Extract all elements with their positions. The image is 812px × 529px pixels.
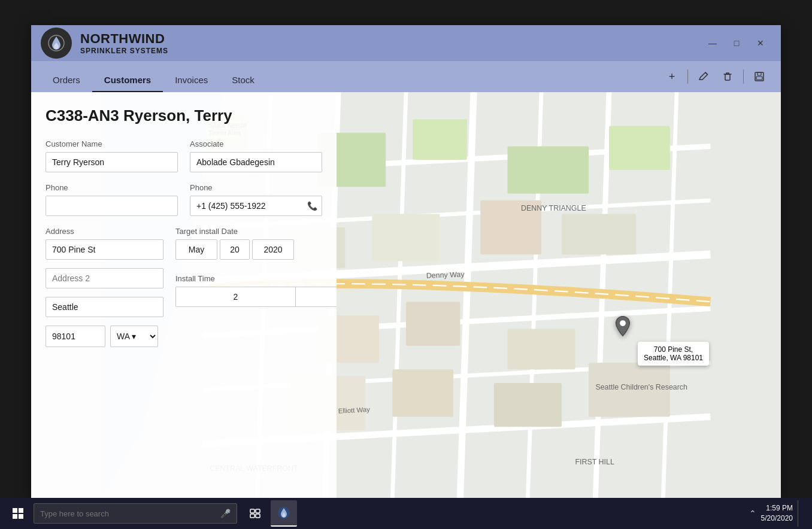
svg-point-43 bbox=[620, 320, 626, 326]
nav-divider-1 bbox=[687, 69, 688, 84]
svg-rect-44 bbox=[13, 508, 17, 513]
map-address-line1: 700 Pine St, bbox=[644, 345, 703, 354]
phone-customer-input[interactable] bbox=[46, 196, 178, 216]
taskbar-right: ⌃ 1:59 PM 5/20/2020 bbox=[749, 500, 807, 527]
zip-state-row: WA ▾ CA OR bbox=[46, 326, 163, 347]
close-button[interactable]: ✕ bbox=[750, 32, 771, 54]
map-pin bbox=[612, 315, 634, 339]
title-bar: NORTHWIND SPRINKLER SYSTEMS — □ ✕ bbox=[31, 25, 781, 61]
delete-button[interactable] bbox=[716, 66, 740, 87]
nav-bar: Orders Customers Invoices Stock + bbox=[31, 61, 781, 92]
svg-text:Denny Way: Denny Way bbox=[426, 270, 465, 280]
address1-input[interactable] bbox=[46, 239, 163, 260]
taskbar-search-input[interactable] bbox=[40, 509, 217, 518]
address2-input[interactable] bbox=[46, 268, 163, 288]
app-title: NORTHWIND bbox=[80, 31, 168, 47]
time-display: 1:59 PM bbox=[766, 503, 793, 513]
map-address-line2: Seattle, WA 98101 bbox=[644, 354, 703, 362]
row-name-associate: Customer Name Associate bbox=[46, 139, 322, 172]
app-subtitle: SPRINKLER SYSTEMS bbox=[80, 47, 168, 55]
svg-text:FIRST HILL: FIRST HILL bbox=[575, 458, 614, 466]
svg-rect-51 bbox=[256, 514, 260, 518]
associate-label: Associate bbox=[190, 139, 322, 148]
clock: 1:59 PM 5/20/2020 bbox=[761, 503, 793, 524]
taskbar-search-box[interactable]: 🎤 bbox=[34, 503, 237, 524]
svg-rect-26 bbox=[562, 214, 636, 254]
time-row bbox=[175, 287, 337, 307]
customer-name-input[interactable] bbox=[46, 152, 178, 172]
phone-associate-wrap: 📞 bbox=[190, 196, 322, 216]
task-view-icon bbox=[250, 509, 260, 518]
svg-rect-47 bbox=[19, 514, 23, 519]
svg-rect-24 bbox=[372, 214, 440, 261]
install-day-input[interactable] bbox=[220, 239, 250, 260]
svg-text:Seattle Children's Research: Seattle Children's Research bbox=[595, 383, 687, 391]
svg-rect-20 bbox=[413, 119, 466, 160]
date-display: 5/20/2020 bbox=[761, 513, 793, 524]
taskbar: 🎤 ⌃ 1:59 PM 5/20/2020 bbox=[0, 498, 812, 529]
app-title-group: NORTHWIND SPRINKLER SYSTEMS bbox=[80, 31, 168, 55]
svg-rect-46 bbox=[13, 514, 17, 519]
svg-rect-31 bbox=[392, 369, 453, 416]
add-button[interactable]: + bbox=[660, 66, 684, 87]
tray-arrow[interactable]: ⌃ bbox=[749, 509, 756, 518]
svg-rect-4 bbox=[756, 77, 762, 80]
nav-stock[interactable]: Stock bbox=[220, 69, 266, 92]
start-button[interactable] bbox=[5, 500, 31, 527]
svg-rect-50 bbox=[250, 514, 254, 518]
show-desktop-button[interactable] bbox=[798, 500, 802, 527]
associate-input[interactable] bbox=[190, 152, 322, 172]
svg-rect-48 bbox=[250, 509, 254, 513]
nav-customers[interactable]: Customers bbox=[92, 69, 163, 92]
phone-customer-label: Phone bbox=[46, 183, 178, 192]
content-area: Denny Way DENNY TRIANGLE CENTRAL WATERFR… bbox=[31, 92, 781, 498]
maximize-button[interactable]: □ bbox=[726, 32, 747, 54]
windows-icon bbox=[12, 507, 24, 519]
svg-rect-28 bbox=[406, 302, 460, 345]
state-select[interactable]: WA ▾ CA OR bbox=[110, 326, 158, 347]
svg-rect-49 bbox=[256, 509, 260, 513]
minimize-button[interactable]: — bbox=[702, 32, 723, 54]
install-month-input[interactable] bbox=[175, 239, 217, 260]
edit-button[interactable] bbox=[692, 66, 716, 87]
svg-rect-32 bbox=[494, 383, 562, 427]
pencil-icon bbox=[698, 71, 709, 82]
col-customer-name: Customer Name bbox=[46, 139, 178, 172]
col-phone-customer: Phone bbox=[46, 183, 178, 216]
row-phones: Phone Phone 📞 bbox=[46, 183, 322, 216]
row-address-date: Address WA ▾ CA OR Target install Da bbox=[46, 227, 322, 347]
phone-icon: 📞 bbox=[307, 201, 317, 211]
save-button[interactable] bbox=[747, 66, 771, 87]
date-row bbox=[175, 239, 337, 260]
col-phone-associate: Phone 📞 bbox=[190, 183, 322, 216]
nav-invoices[interactable]: Invoices bbox=[163, 69, 220, 92]
nav-orders[interactable]: Orders bbox=[41, 69, 92, 92]
install-hour-input[interactable] bbox=[175, 287, 295, 307]
nav-items: Orders Customers Invoices Stock bbox=[41, 69, 660, 92]
northwind-taskbar-icon bbox=[277, 506, 290, 519]
col-date-time: Target install Date Install Time bbox=[175, 227, 337, 347]
col-associate: Associate bbox=[190, 139, 322, 172]
city-input[interactable] bbox=[46, 297, 163, 317]
northwind-taskbar-button[interactable] bbox=[271, 500, 297, 527]
address-label: Address bbox=[46, 227, 163, 236]
col-address: Address WA ▾ CA OR bbox=[46, 227, 163, 347]
form-overlay: C338-AN3 Ryerson, Terry Customer Name As… bbox=[31, 92, 337, 498]
install-year-input[interactable] bbox=[252, 239, 294, 260]
install-time-label: Install Time bbox=[175, 274, 337, 283]
mic-icon: 🎤 bbox=[220, 509, 231, 518]
phone-associate-input[interactable] bbox=[190, 196, 322, 216]
target-install-label: Target install Date bbox=[175, 227, 337, 236]
customer-name-label: Customer Name bbox=[46, 139, 178, 148]
svg-rect-21 bbox=[508, 146, 589, 193]
svg-text:DENNY TRIANGLE: DENNY TRIANGLE bbox=[521, 204, 586, 212]
zip-input[interactable] bbox=[46, 326, 105, 347]
trash-icon bbox=[722, 71, 733, 82]
app-window: NORTHWIND SPRINKLER SYSTEMS — □ ✕ Orders… bbox=[31, 25, 781, 498]
svg-rect-22 bbox=[609, 126, 670, 170]
taskbar-apps bbox=[242, 500, 297, 527]
map-address-label: 700 Pine St, Seattle, WA 98101 bbox=[638, 342, 709, 366]
task-view-button[interactable] bbox=[242, 500, 268, 527]
save-icon bbox=[754, 71, 765, 82]
install-minute-input[interactable] bbox=[295, 287, 337, 307]
